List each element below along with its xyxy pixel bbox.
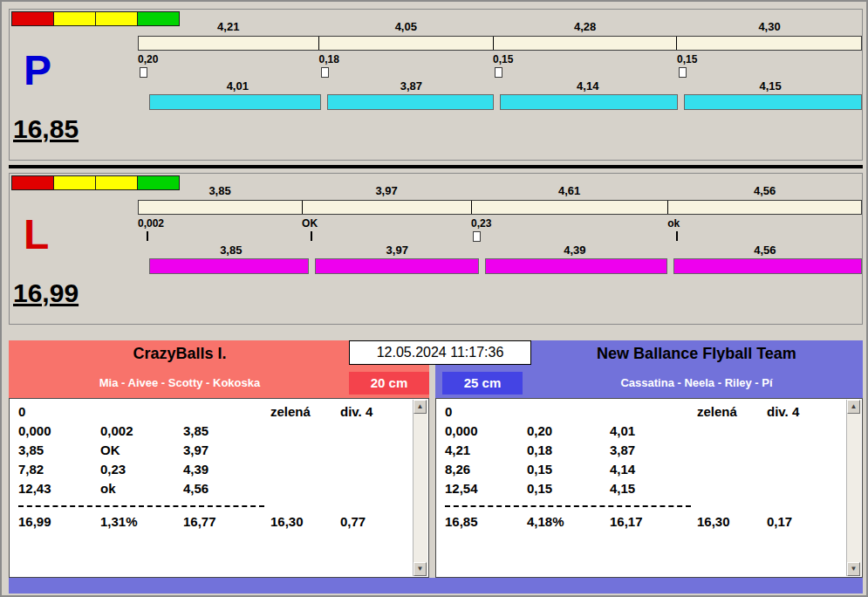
crossing-value: ok (667, 217, 862, 230)
table-cell (183, 402, 270, 422)
table-row: 0,000 0,20 4,01 (445, 422, 841, 441)
table-cell: 4,56 (183, 479, 270, 498)
scrollbar[interactable]: ▲ ▼ (846, 400, 861, 576)
table-cell: 0,20 (527, 422, 610, 441)
table-cell: 4,15 (610, 479, 697, 498)
table-cell (340, 460, 407, 479)
crossing-cell: 0,15 (493, 53, 677, 79)
pass-time-bar (138, 36, 862, 51)
table-cell (527, 402, 610, 422)
crossing-value: 0,20 (138, 53, 319, 65)
table-cell (270, 441, 340, 460)
table-body: 0 zelená div. 4 0,000 0,002 3,85 3,85 OK (18, 402, 407, 532)
table-cell: 0,002 (100, 422, 183, 441)
table-cell: 16,30 (697, 512, 767, 532)
pass-time: 3,85 (138, 184, 302, 197)
scroll-down-icon[interactable]: ▼ (847, 562, 860, 576)
red-light-icon (11, 11, 54, 26)
table-cell: 16,77 (183, 512, 270, 532)
lane-total-time: 16,85 (13, 114, 79, 144)
dog-time: 4,39 (482, 244, 668, 257)
dog-bar-segment (327, 94, 494, 110)
checkbox-marker[interactable] (473, 231, 481, 242)
table-cell: 16,99 (18, 512, 100, 532)
yellow-light-icon (95, 175, 138, 190)
dog-time: 3,87 (326, 79, 497, 93)
table-cell: 0,15 (527, 479, 610, 498)
checkbox-marker[interactable] (495, 67, 502, 78)
table-cell: 4,18% (527, 512, 610, 532)
scroll-up-icon[interactable]: ▲ (847, 400, 860, 414)
table-cell: 1,31% (100, 512, 183, 532)
table-cell: 4,39 (183, 460, 270, 479)
table-cell: 7,82 (18, 460, 100, 479)
table-cell (610, 402, 697, 422)
pass-time: 4,05 (319, 20, 494, 33)
lane-panel-p: 4,21 4,05 4,28 4,30 0,20 0,18 0,15 (9, 9, 863, 161)
pass-time: 3,97 (302, 184, 471, 197)
checkbox-marker[interactable] (321, 67, 329, 78)
table-cell: 0,77 (340, 512, 407, 532)
team-left-name: CrazyBalls I. (9, 345, 351, 363)
dog-times-row: 3,85 3,97 4,39 4,56 (149, 244, 862, 257)
table-cell: zelená (270, 402, 340, 422)
table-cell: 4,01 (610, 422, 697, 441)
table-body: 0 zelená div. 4 0,000 0,20 4,01 4,21 0,1… (445, 402, 841, 532)
totals-separator (445, 505, 691, 507)
scroll-up-icon[interactable]: ▲ (413, 400, 427, 414)
table-cell (697, 479, 767, 498)
pass-times-row: 3,85 3,97 4,61 4,56 (138, 184, 862, 197)
checkbox-marker[interactable] (679, 67, 687, 78)
table-cell: 3,97 (183, 441, 270, 460)
table-cell: 0,15 (527, 460, 610, 479)
datetime-display: 12.05.2024 11:17:36 (349, 340, 531, 365)
tick-marker (676, 231, 678, 241)
table-cell: 16,85 (445, 512, 527, 532)
table-cell: div. 4 (767, 402, 841, 422)
yellow-light-icon (53, 11, 96, 26)
table-cell (767, 441, 841, 460)
team-left-dogs: Mia - Aivee - Scotty - Kokoska (9, 376, 351, 389)
height-badge-right: 25 cm (442, 372, 523, 395)
table-cell (697, 441, 767, 460)
dog-time: 4,56 (668, 244, 862, 257)
yellow-light-icon (53, 175, 96, 190)
table-cell: 8,26 (445, 460, 527, 479)
crossing-value: 0,15 (677, 53, 862, 65)
pass-bar-segment (139, 37, 318, 50)
table-row: 0,000 0,002 3,85 (18, 422, 407, 441)
dog-time-bar (149, 94, 862, 110)
table-cell (340, 441, 407, 460)
pass-time: 4,21 (138, 20, 319, 33)
pass-bar-segment (667, 201, 861, 214)
dog-time: 4,15 (679, 79, 862, 93)
team-left-table: 0 zelená div. 4 0,000 0,002 3,85 3,85 OK (9, 398, 429, 578)
table-cell: 0,17 (767, 512, 841, 532)
scoreboard-panel: CrazyBalls I. Mia - Aivee - Scotty - Kok… (9, 340, 863, 594)
pass-bar-segment (676, 37, 861, 50)
scroll-down-icon[interactable]: ▼ (413, 562, 427, 576)
dog-bar-segment (673, 258, 862, 274)
pass-times-row: 4,21 4,05 4,28 4,30 (138, 20, 862, 33)
table-cell (270, 479, 340, 498)
team-right-table: 0 zelená div. 4 0,000 0,20 4,01 4,21 0,1… (435, 398, 863, 578)
table-cell (340, 422, 407, 441)
scrollbar[interactable]: ▲ ▼ (413, 400, 427, 576)
lane-letter: P (24, 50, 51, 92)
team-right-name: New Ballance Flyball Team (530, 345, 863, 363)
dog-time: 3,85 (149, 244, 313, 257)
table-cell (270, 422, 340, 441)
crossing-cell: 0,15 (677, 53, 862, 79)
dog-time: 4,14 (496, 79, 679, 93)
checkbox-marker[interactable] (140, 67, 147, 78)
dog-bar-segment (485, 258, 666, 274)
crossing-value: 0,15 (493, 53, 677, 65)
table-cell: 12,54 (445, 479, 527, 498)
table-cell: 16,30 (270, 512, 340, 532)
dog-bar-segment (149, 258, 309, 274)
crossing-cell: 0,18 (319, 53, 494, 79)
table-cell: 0 (18, 402, 100, 422)
crossing-cell: OK (302, 217, 471, 244)
table-cell (270, 460, 340, 479)
table-cell (767, 479, 841, 498)
